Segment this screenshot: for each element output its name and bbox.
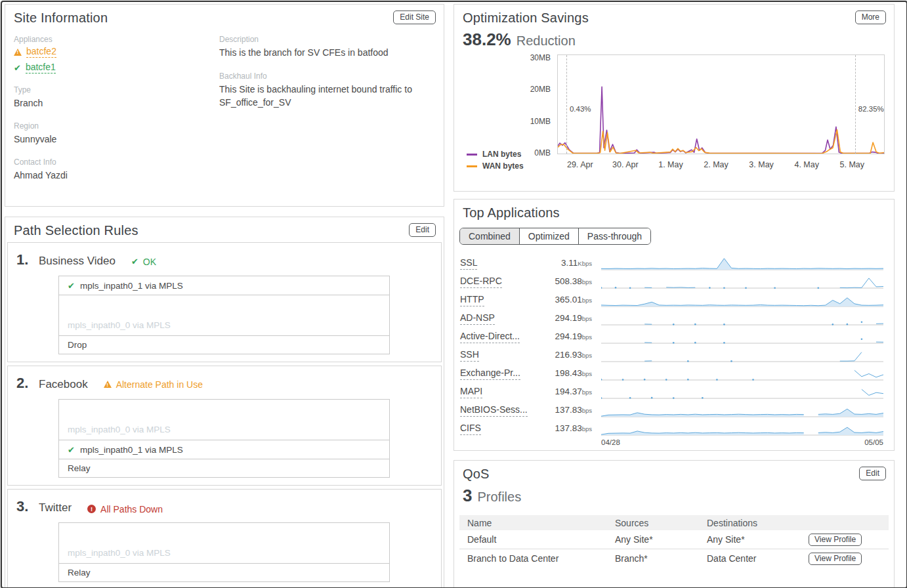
- path-label: mpls_inpath0_1 via MPLS: [80, 445, 183, 455]
- rule-status-text: All Paths Down: [100, 504, 163, 514]
- app-value: 365.01: [555, 295, 581, 304]
- view-profile-button[interactable]: View Profile: [809, 534, 862, 546]
- qos-panel: QoS Edit 3 Profiles NameSourcesDestinati…: [454, 460, 895, 588]
- path-label: mpls_inpath0_0 via MPLS: [68, 425, 171, 434]
- x-axis-tick: 29. Apr: [554, 160, 606, 169]
- app-name[interactable]: CIFS: [460, 423, 537, 433]
- annotation-line: [566, 55, 567, 154]
- rule-number: 3.: [16, 498, 39, 515]
- annotation-label: 0.43%: [570, 105, 591, 113]
- app-sparkline: [601, 420, 883, 436]
- app-name-text: SSH: [460, 349, 479, 362]
- rule-number: 2.: [16, 375, 39, 392]
- rule-header: 1.Business Video✔OK: [8, 243, 441, 268]
- tab-optimized[interactable]: Optimized: [519, 228, 578, 244]
- rule-status: !All Paths Down: [87, 504, 163, 514]
- app-throughput: 216.93bps: [537, 350, 592, 360]
- path-option[interactable]: ✔mpls_inpath0_1 via MPLS: [58, 440, 390, 459]
- app-name[interactable]: NetBIOS-Sess...: [460, 404, 537, 415]
- appliance-item[interactable]: batcfe2: [14, 46, 219, 58]
- qos-profile-row: DefaultAny Site*Any Site*View Profile: [459, 530, 889, 549]
- rule-number: 1.: [16, 251, 39, 268]
- path-option[interactable]: mpls_inpath0_0 via MPLS: [58, 522, 390, 564]
- y-axis-tick: 10MB: [455, 117, 551, 126]
- app-name-text: AD-NSP: [460, 312, 495, 325]
- y-axis-tick: 20MB: [455, 85, 551, 94]
- legend-item: LAN bytes: [467, 148, 524, 160]
- legend-swatch: [467, 165, 477, 167]
- path-option[interactable]: mpls_inpath0_0 via MPLS: [58, 295, 390, 336]
- field-value: Branch: [14, 96, 219, 110]
- app-value: 198.43: [555, 368, 581, 378]
- profiles-metric: 3 Profiles: [454, 482, 894, 506]
- view-profile-button[interactable]: View Profile: [809, 553, 862, 565]
- path-label: mpls_inpath0_0 via MPLS: [68, 548, 171, 558]
- app-row: DCE-RPC508.38bps: [454, 272, 894, 290]
- y-axis-tick: 30MB: [455, 53, 551, 62]
- app-sparkline: [601, 328, 883, 344]
- annotation-label: 82.35%: [858, 105, 884, 113]
- app-throughput: 137.83bps: [537, 423, 592, 433]
- app-unit: bps: [582, 370, 592, 377]
- app-value: 216.93: [555, 350, 581, 360]
- app-sparkline: [601, 291, 883, 307]
- app-name-text: CIFS: [460, 423, 481, 435]
- qos-table: NameSourcesDestinationsDefaultAny Site*A…: [459, 515, 889, 568]
- axis-end-label: 05/05: [864, 438, 883, 446]
- app-unit: bps: [582, 407, 592, 414]
- field-value: Ahmad Yazdi: [14, 169, 219, 182]
- app-row: Exchange-Pr...198.43bps: [454, 364, 894, 382]
- appliance-item[interactable]: ✔batcfe1: [14, 62, 219, 74]
- path-option[interactable]: Relay: [58, 459, 390, 478]
- app-name[interactable]: Exchange-Pr...: [460, 368, 537, 378]
- path-label: mpls_inpath0_0 via MPLS: [68, 320, 171, 330]
- app-name[interactable]: AD-NSP: [460, 312, 537, 323]
- app-throughput: 194.37bps: [537, 387, 592, 396]
- path-rule: 1.Business Video✔OK✔mpls_inpath0_1 via M…: [7, 242, 442, 362]
- app-unit: bps: [582, 315, 592, 322]
- edit-qos-button[interactable]: Edit: [859, 467, 886, 480]
- top-applications-rows: SSL3.11KbpsDCE-RPC508.38bpsHTTP365.01bps…: [454, 253, 894, 437]
- app-name[interactable]: HTTP: [460, 294, 537, 304]
- rule-app-name: Business Video: [39, 255, 116, 268]
- app-unit: bps: [582, 278, 592, 285]
- edit-rules-button[interactable]: Edit: [409, 223, 436, 237]
- app-value: 137.83: [555, 423, 581, 433]
- qos-profile-destinations: Data Center: [707, 553, 809, 564]
- qos-title: QoS: [463, 467, 490, 482]
- app-name[interactable]: MAPI: [460, 386, 537, 396]
- backhaul-value: This Site is backhauling internet bound …: [219, 83, 429, 109]
- tab-pass-through[interactable]: Pass-through: [578, 228, 650, 244]
- edit-site-button[interactable]: Edit Site: [393, 10, 436, 24]
- path-option[interactable]: Relay: [58, 563, 390, 582]
- site-info-right-column: Description This is the branch for SV CF…: [219, 26, 434, 182]
- check-icon: ✔: [131, 257, 138, 266]
- site-info-left-column: Appliances batcfe2✔batcfe1 TypeBranchReg…: [14, 26, 219, 182]
- app-sparkline: [601, 365, 883, 381]
- app-name-text: DCE-RPC: [460, 276, 502, 288]
- app-name[interactable]: Active-Direct...: [460, 331, 537, 341]
- app-name[interactable]: SSH: [460, 349, 537, 360]
- path-option[interactable]: ✔mpls_inpath0_1 via MPLS: [58, 276, 390, 295]
- legend-label: LAN bytes: [482, 150, 521, 159]
- app-name[interactable]: SSL: [460, 257, 537, 268]
- path-option[interactable]: Drop: [58, 335, 390, 354]
- rule-app-name: Facebook: [39, 378, 88, 391]
- x-axis-tick: 4. May: [780, 160, 833, 169]
- tab-combined[interactable]: Combined: [460, 228, 519, 244]
- x-axis-tick: 3. May: [735, 160, 788, 169]
- app-row: SSL3.11Kbps: [454, 253, 894, 272]
- app-value: 194.37: [555, 387, 581, 396]
- app-value: 3.11: [561, 258, 578, 268]
- rule-header: 3.Twitter!All Paths Down: [8, 490, 441, 515]
- backhaul-label: Backhaul Info: [219, 72, 434, 81]
- app-name[interactable]: DCE-RPC: [460, 276, 537, 286]
- qos-profile-destinations: Any Site*: [707, 534, 809, 545]
- app-sparkline: [601, 273, 883, 289]
- qos-header-name: Name: [459, 518, 615, 528]
- rule-paths: mpls_inpath0_0 via MPLS✔mpls_inpath0_1 v…: [58, 399, 390, 478]
- legend-item: WAN bytes: [467, 160, 524, 172]
- path-option[interactable]: mpls_inpath0_0 via MPLS: [58, 399, 390, 440]
- app-unit: Kbps: [578, 260, 592, 267]
- app-unit: bps: [582, 425, 592, 432]
